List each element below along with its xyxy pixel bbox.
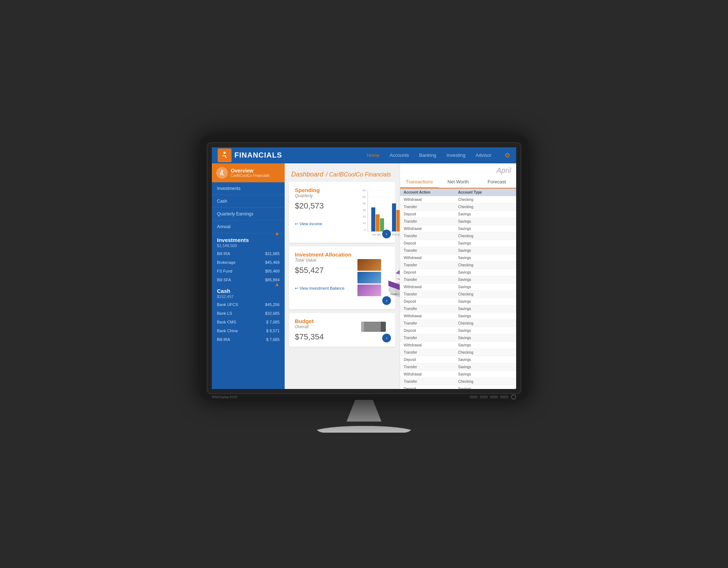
tx-type: Savings xyxy=(458,314,513,318)
sidebar-overview[interactable]: Overview CarlBCoolCo Financials xyxy=(212,163,285,182)
tx-action: Withdrawal xyxy=(404,343,458,347)
sidebar: Overview CarlBCoolCo Financials Investme… xyxy=(212,163,285,389)
view-income-link[interactable]: ↩ View income xyxy=(295,222,353,226)
nav-home[interactable]: Home xyxy=(367,152,379,158)
monitor-btn-4[interactable] xyxy=(500,396,508,398)
budget-nav-arrow[interactable]: › xyxy=(382,334,391,342)
account-fs-fund[interactable]: FS Fund $95,468 xyxy=(212,267,285,275)
nav-investing[interactable]: Investing xyxy=(447,152,466,158)
account-bill-ira-cash[interactable]: Bill IRA $ 7,685 xyxy=(212,335,285,344)
account-bank-ls[interactable]: Bank LS $32,685 xyxy=(212,309,285,318)
tx-type: Checking xyxy=(458,263,513,267)
account-bill-sfa[interactable]: Bill SFA $85,894 xyxy=(212,275,285,284)
budget-label: Budget xyxy=(295,318,353,324)
investment-nav-arrow[interactable]: › xyxy=(382,296,391,305)
tx-type: Savings xyxy=(458,336,513,340)
account-bank-cms[interactable]: Bank CMS $ 7,685 xyxy=(212,318,285,326)
investment-label: Investment Allocation xyxy=(295,251,353,258)
investment-sublabel: Total Value xyxy=(295,258,353,263)
col-type: Account Type xyxy=(458,190,513,194)
tab-forecast[interactable]: Forecast xyxy=(478,176,516,188)
spending-nav-arrow[interactable]: › xyxy=(382,230,391,238)
table-row[interactable]: TransferChecking xyxy=(400,378,516,385)
investments-total: $1,548,500 xyxy=(217,243,280,248)
table-row[interactable]: TransferSavings xyxy=(400,218,516,225)
tab-net-worth[interactable]: Net Worth xyxy=(439,176,477,188)
bar-chart-svg: 60 50 40 30 20 10 0 xyxy=(357,187,400,236)
table-row[interactable]: DepositSavings xyxy=(400,298,516,305)
gear-icon[interactable]: ⚙ xyxy=(505,151,510,159)
table-row[interactable]: DepositSavings xyxy=(400,327,516,334)
table-row[interactable]: WithdrawalChecking xyxy=(400,196,516,203)
content-area: Dashboard / CarlBCoolCo Financials Spend… xyxy=(285,163,400,389)
table-row[interactable]: DepositSavings xyxy=(400,356,516,364)
sidebar-item-cash[interactable]: Cash xyxy=(212,195,285,208)
table-row[interactable]: WithdrawalSavings xyxy=(400,342,516,349)
nav-banking[interactable]: Banking xyxy=(419,152,436,158)
monitor-bezel: FINANCIALS Home Accounts Banking Investi… xyxy=(200,136,528,400)
table-row[interactable]: TransferChecking xyxy=(400,233,516,240)
table-row[interactable]: WithdrawalSavings xyxy=(400,225,516,233)
table-row[interactable]: WithdrawalSavings xyxy=(400,371,516,378)
tx-rows-container: WithdrawalCheckingTransferCheckingDeposi… xyxy=(400,196,516,389)
table-row[interactable]: TransferSavings xyxy=(400,334,516,342)
tx-type: Savings xyxy=(458,278,513,282)
cash-arrow: ▲ xyxy=(274,281,280,287)
tx-action: Transfer xyxy=(404,336,458,340)
table-row[interactable]: DepositSavings xyxy=(400,211,516,218)
tx-type: Savings xyxy=(458,365,513,369)
table-row[interactable]: TransferChecking xyxy=(400,291,516,298)
cash-total: $152,457 xyxy=(217,294,280,299)
monitor-btn-2[interactable] xyxy=(480,396,488,398)
account-bill-ira-inv[interactable]: Bill IRA $31,685 xyxy=(212,249,285,258)
spending-chart: 60 50 40 30 20 10 0 xyxy=(357,187,400,238)
account-brokerage[interactable]: Brokerage $45,468 xyxy=(212,258,285,267)
sidebar-item-investments[interactable]: Investments xyxy=(212,182,285,195)
overview-title: Overview xyxy=(231,168,269,174)
screen-bezel: FINANCIALS Home Accounts Banking Investi… xyxy=(207,142,521,394)
table-row[interactable]: DepositSavings xyxy=(400,385,516,389)
svg-text:1st Qtr: 1st Qtr xyxy=(372,233,381,236)
table-row[interactable]: WithdrawalSavings xyxy=(400,313,516,320)
back-arrow-icon: ↩ xyxy=(295,222,298,226)
sidebar-item-quarterly[interactable]: Quarterly Earnings xyxy=(212,208,285,221)
tx-action: Transfer xyxy=(404,321,458,325)
monitor-btn-1[interactable] xyxy=(470,396,478,398)
right-panel: April Transactions Net Worth Forecast Ac… xyxy=(400,163,516,389)
table-row[interactable]: TransferChecking xyxy=(400,320,516,327)
table-row[interactable]: TransferSavings xyxy=(400,364,516,371)
budget-card: Budget Overall $75,354 xyxy=(289,313,395,347)
table-row[interactable]: WithdrawalSavings xyxy=(400,283,516,291)
account-bank-china[interactable]: Bank China $ 8,571 xyxy=(212,326,285,335)
table-row[interactable]: DepositSavings xyxy=(400,240,516,247)
sidebar-item-annual[interactable]: Annual xyxy=(212,221,285,233)
account-bank-ufcs[interactable]: Bank UFCS $45,256 xyxy=(212,300,285,309)
svg-text:0: 0 xyxy=(364,228,366,231)
nav-accounts[interactable]: Accounts xyxy=(389,152,409,158)
view-investment-link[interactable]: ↩ View Investment Balance xyxy=(295,286,353,291)
svg-text:60: 60 xyxy=(363,189,366,192)
table-row[interactable]: TransferChecking xyxy=(400,262,516,269)
tab-transactions[interactable]: Transactions xyxy=(400,176,439,188)
tx-type: Checking xyxy=(458,198,513,202)
nav-advisor[interactable]: Advisor xyxy=(476,152,491,158)
monitor-stand-neck xyxy=(342,400,386,422)
spending-amount: $20,573 xyxy=(295,201,353,211)
table-row[interactable]: TransferSavings xyxy=(400,276,516,283)
table-row[interactable]: WithdrawalSavings xyxy=(400,254,516,262)
table-row[interactable]: TransferChecking xyxy=(400,203,516,211)
tx-action: Transfer xyxy=(404,278,458,282)
monitor-btn-3[interactable] xyxy=(490,396,498,398)
sidebar-menu: Investments Cash Quarterly Earnings Annu… xyxy=(212,182,285,233)
tx-action: Withdrawal xyxy=(404,256,458,260)
svg-text:2nd Qtr: 2nd Qtr xyxy=(392,233,400,236)
table-row[interactable]: TransferSavings xyxy=(400,305,516,313)
power-button[interactable] xyxy=(511,394,516,400)
table-row[interactable]: TransferChecking xyxy=(400,349,516,356)
table-row[interactable]: TransferSavings xyxy=(400,247,516,254)
tx-action: Deposit xyxy=(404,270,458,274)
svg-text:50: 50 xyxy=(363,195,366,199)
table-row[interactable]: DepositSavings xyxy=(400,269,516,276)
tx-type: Savings xyxy=(458,343,513,347)
tx-type: Savings xyxy=(458,299,513,303)
